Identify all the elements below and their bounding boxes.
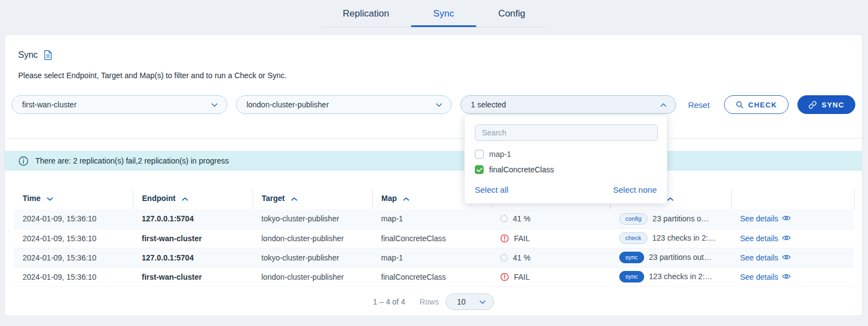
event-text: 23 partitions o… [652,214,709,223]
cell-endpoint: 127.0.0.1:5704 [133,248,253,267]
select-all-link[interactable]: Select all [475,185,508,194]
column-endpoint[interactable]: Endpoint [133,189,253,209]
tabbar: Replication Sync Config [320,0,547,28]
column-details [731,189,854,209]
sort-asc-icon [291,194,297,203]
sync-button-label: SYNC [822,101,844,109]
cell-details: See details [731,267,854,286]
column-time[interactable]: Time [14,189,133,209]
dropdown-option-finalconcreteclass[interactable]: finalConcreteClass [465,162,667,177]
pagination-range: 1 – 4 of 4 [373,297,405,306]
see-details-label: See details [740,273,778,281]
progress-value: 41 % [513,253,531,262]
chevron-down-icon [479,297,486,306]
search-input[interactable] [475,124,658,141]
eye-icon [782,273,791,281]
target-select[interactable]: london-cluster-publisher [236,95,452,114]
search-icon [736,101,743,108]
cell-status: FAIL [491,229,610,248]
cell-time: 2024-01-09, 15:36:10 [14,209,133,229]
cell-event: check123 checks in 2:… [610,229,731,248]
endpoint-select-value: first-wan-cluster [22,100,77,109]
page-size-select[interactable]: 10 [446,294,494,310]
sync-panel: Sync Please select Endpoint, Target and … [4,34,862,316]
progress-value: 41 % [513,214,531,223]
eye-icon [782,253,791,262]
cell-status: 41 % [491,209,610,229]
event-text: 123 checks in 2:… [652,233,716,242]
cell-target: london-cluster-publisher [253,267,372,286]
status-badge: check [619,232,647,244]
sort-asc-icon [182,194,188,203]
see-details-link[interactable]: See details [740,214,845,223]
dropdown-option-map-1[interactable]: map-1 [465,146,667,162]
cell-event: config23 partitions o… [610,209,731,229]
status-badge: config [619,213,647,225]
cell-target: tokyo-cluster-publisher [253,209,372,229]
endpoint-select[interactable]: first-wan-cluster [12,95,227,114]
option-label: map-1 [489,150,511,159]
column-target-label: Target [262,194,285,203]
eye-icon [782,214,791,223]
table-row: 2024-01-09, 15:36:10 127.0.0.1:5704 toky… [14,248,854,267]
cell-endpoint: 127.0.0.1:5704 [133,209,253,229]
check-button[interactable]: CHECK [724,95,789,114]
map-dropdown-panel: map-1 finalConcreteClass Select all Sele… [464,115,667,204]
checkbox-unchecked[interactable] [475,150,484,159]
map-select-value: 1 selected [471,100,506,109]
tab-config[interactable]: Config [476,0,547,27]
column-map-label: Map [382,194,397,203]
fail-icon [500,234,509,243]
table-row: 2024-01-09, 15:36:10 127.0.0.1:5704 toky… [14,209,854,229]
chevron-down-icon [211,100,218,109]
pagination: 1 – 4 of 4 Rows 10 [5,294,862,310]
table-row: 2024-01-09, 15:36:10 first-wan-cluster l… [14,267,854,286]
sort-desc-icon [47,194,53,203]
description: Please select Endpoint, Target and Map(s… [18,71,849,80]
eye-icon [782,234,791,243]
cell-map: map-1 [372,248,491,267]
table-header-row: Time Endpoint Target Map [14,189,854,209]
tab-sync[interactable]: Sync [411,0,476,27]
cell-target: tokyo-cluster-publisher [253,248,372,267]
page-size-value: 10 [457,297,466,306]
see-details-label: See details [740,234,778,243]
event-text: 123 checks in 2:… [649,272,712,281]
see-details-link[interactable]: See details [740,253,845,262]
info-icon [18,156,29,166]
see-details-link[interactable]: See details [740,234,845,243]
document-icon[interactable] [44,50,52,60]
status-badge: sync [619,252,644,263]
cell-details: See details [731,248,854,267]
sync-button[interactable]: SYNC [797,95,855,114]
see-details-label: See details [740,214,778,223]
see-details-link[interactable]: See details [740,273,845,281]
checkbox-checked[interactable] [475,165,484,174]
status-value: FAIL [514,234,530,243]
page-title: Sync [18,50,38,60]
see-details-label: See details [740,253,778,262]
chevron-up-icon [660,100,667,109]
cell-endpoint: first-wan-cluster [133,267,253,286]
cell-event: sync123 checks in 2:… [610,267,731,286]
cell-time: 2024-01-09, 15:36:10 [14,229,133,248]
reset-button[interactable]: Reset [688,100,710,110]
fail-icon [500,273,509,281]
cell-status: FAIL [491,267,610,286]
option-label: finalConcreteClass [489,165,554,174]
banner-text: There are: 2 replication(s) fail,2 repli… [35,156,229,165]
cell-details: See details [731,229,854,248]
event-text: 23 partitions out… [649,253,712,262]
map-select[interactable]: 1 selected [460,95,676,114]
spinner-icon [500,254,508,262]
column-time-label: Time [23,194,40,203]
select-none-link[interactable]: Select none [613,185,657,194]
column-target[interactable]: Target [253,189,372,209]
spinner-icon [500,215,508,222]
filter-row: first-wan-cluster london-cluster-publish… [12,95,855,114]
cell-status: 41 % [491,248,610,267]
cell-time: 2024-01-09, 15:36:10 [14,267,133,286]
cell-details: See details [731,209,854,229]
cell-time: 2024-01-09, 15:36:10 [14,248,133,267]
tab-replication[interactable]: Replication [320,0,411,27]
